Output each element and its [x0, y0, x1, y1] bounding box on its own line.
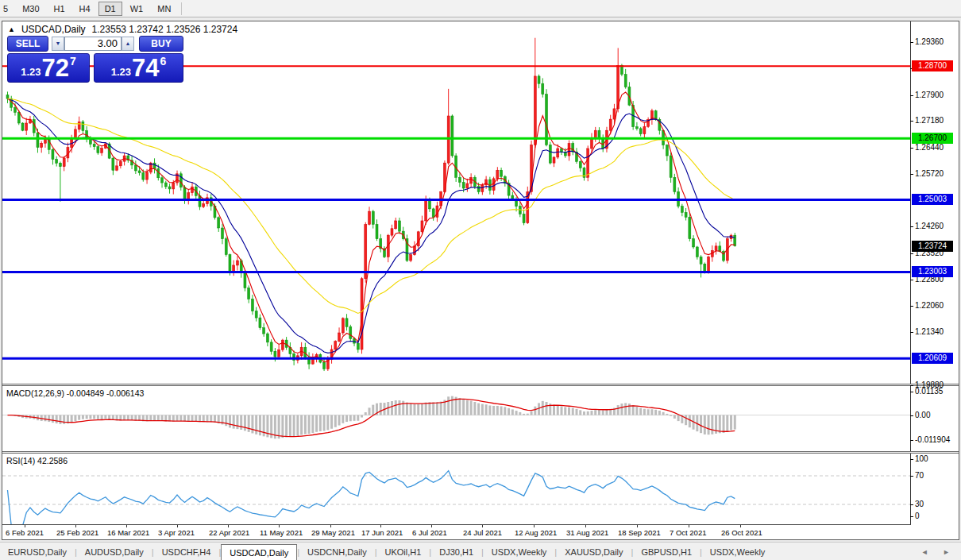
axis-tick-mark — [910, 385, 913, 386]
axis-tick-label: 1.27180 — [915, 116, 944, 125]
tab-usdx-weekly-7[interactable]: USDX,Weekly — [484, 544, 554, 560]
date-tick-mark — [431, 525, 432, 527]
sell-price-big: 72 — [42, 56, 69, 80]
axis-tick-label: 70 — [915, 471, 924, 480]
buy-price-prefix: 1.23 — [111, 66, 131, 78]
tab-scroll-arrows[interactable]: ◄ ► — [921, 548, 956, 560]
volume-decrease-button[interactable]: ▼ — [52, 37, 64, 51]
price-level-badge: 1.25003 — [912, 194, 953, 205]
date-tick-mark — [689, 525, 689, 527]
axis-tick-label: 1.27900 — [915, 91, 944, 99]
tab-usdchf-h4-2[interactable]: USDCHF,H4 — [154, 544, 219, 560]
price-axis[interactable]: 1.293601.286401.279001.271801.264401.257… — [912, 21, 959, 524]
axis-tick-label: 100 — [915, 454, 928, 463]
sell-button[interactable]: SELL — [7, 36, 48, 52]
tab-usdcnh-daily-4[interactable]: USDCNH,Daily — [299, 544, 375, 560]
price-level-badge: 1.23724 — [912, 241, 953, 252]
axis-tick-label: 30 — [915, 500, 924, 508]
chart-symbol-title: USDCAD,Daily — [21, 24, 86, 35]
chart-title-row: ▲ USDCAD,Daily 1.23553 1.23742 1.23526 1… — [8, 24, 237, 35]
tab-usdx-weekly-10[interactable]: USDX,Weekly — [702, 544, 773, 560]
timeframe-toolbar: 5M30H1H4D1W1MN — [0, 0, 961, 17]
axis-tick-label: 0.00 — [915, 411, 930, 419]
rsi-indicator-label: RSI(14) 42.2586 — [6, 456, 68, 465]
date-tick-mark — [126, 525, 127, 527]
symbol-tab-bar: EURUSD,Daily|AUDUSD,Daily|USDCHF,H4|USDC… — [0, 542, 961, 560]
trade-panel: SELL ▼ ▲ BUY 1.23 72 7 1.23 74 6 — [7, 35, 183, 83]
date-label: 25 Feb 2021 — [56, 528, 98, 537]
axis-tick-label: 0 — [915, 512, 920, 520]
date-label: 18 Sep 2021 — [618, 528, 661, 537]
price-level-badge: 1.23003 — [912, 266, 953, 277]
axis-tick-mark — [910, 42, 913, 43]
buy-button[interactable]: BUY — [139, 36, 183, 52]
price-chart-canvas[interactable] — [2, 21, 911, 539]
chart-window: ▲ USDCAD,Daily 1.23553 1.23742 1.23526 1… — [2, 21, 959, 540]
date-label: 12 Aug 2021 — [515, 528, 557, 537]
date-tick-mark — [177, 525, 178, 527]
date-label: 16 Mar 2021 — [107, 528, 149, 537]
axis-tick-mark — [910, 174, 913, 175]
sell-price-sup: 7 — [70, 55, 76, 68]
price-level-badge: 1.20609 — [912, 353, 953, 364]
timeframe-button-m30[interactable]: M30 — [16, 2, 45, 16]
timeframe-button-w1[interactable]: W1 — [124, 2, 150, 16]
date-tick-mark — [380, 525, 381, 527]
date-label: 17 Jun 2021 — [361, 528, 403, 537]
date-label: 24 Jul 2021 — [463, 528, 502, 537]
tab-ukoil-h1-5[interactable]: UKOil,H1 — [377, 544, 430, 560]
axis-tick-mark — [910, 253, 913, 254]
axis-tick-mark — [910, 504, 913, 505]
date-tick-mark — [75, 525, 76, 527]
axis-tick-mark — [910, 392, 913, 392]
axis-tick-mark — [910, 95, 913, 96]
panel-separator-macd-rsi[interactable] — [2, 451, 959, 454]
timeframe-button-h4[interactable]: H4 — [73, 2, 97, 16]
date-tick-mark — [279, 525, 280, 527]
axis-tick-mark — [910, 415, 913, 416]
date-label: 6 Jul 2021 — [412, 528, 447, 537]
buy-price-panel[interactable]: 1.23 74 6 — [94, 53, 183, 83]
axis-tick-label: 1.25720 — [915, 169, 944, 178]
panel-separator-main-macd[interactable] — [2, 384, 959, 386]
timeframe-button-5[interactable]: 5 — [0, 2, 14, 16]
date-label: 3 Apr 2021 — [158, 528, 195, 537]
date-label: 22 Apr 2021 — [209, 528, 249, 537]
date-label: 29 May 2021 — [311, 528, 355, 537]
timeframe-button-mn[interactable]: MN — [151, 2, 177, 16]
timeframe-button-d1[interactable]: D1 — [98, 2, 122, 16]
tab-eurusd-daily-0[interactable]: EURUSD,Daily — [0, 544, 75, 560]
date-tick-mark — [585, 525, 586, 527]
chart-ohlc-values: 1.23553 1.23742 1.23526 1.23724 — [92, 24, 238, 35]
date-label: 26 Oct 2021 — [721, 528, 762, 537]
tab-xauusd-daily-8[interactable]: XAUUSD,Daily — [557, 544, 631, 560]
price-level-badge: 1.26700 — [912, 133, 953, 144]
timeframe-button-h1[interactable]: H1 — [48, 2, 71, 16]
tab-audusd-daily-1[interactable]: AUDUSD,Daily — [77, 544, 152, 560]
sell-price-panel[interactable]: 1.23 72 7 — [7, 53, 90, 83]
tab-gbpusd-h1-9[interactable]: GBPUSD,H1 — [633, 544, 700, 560]
volume-input[interactable] — [64, 37, 122, 51]
date-tick-mark — [228, 525, 229, 527]
axis-tick-mark — [910, 306, 913, 307]
date-label: 11 May 2021 — [260, 528, 303, 537]
toolbar-separator — [181, 2, 182, 15]
axis-tick-mark — [910, 516, 913, 517]
collapse-icon[interactable]: ▲ — [8, 25, 15, 33]
axis-tick-mark — [910, 332, 913, 333]
date-label: 31 Aug 2021 — [566, 528, 608, 537]
axis-tick-mark — [910, 440, 913, 441]
buy-price-sup: 6 — [160, 55, 167, 68]
date-tick-mark — [534, 525, 535, 527]
tab-usdcad-daily-3[interactable]: USDCAD,Daily — [221, 544, 297, 560]
date-label: 7 Oct 2021 — [670, 528, 706, 537]
date-axis[interactable]: 6 Feb 202125 Feb 202116 Mar 20213 Apr 20… — [2, 524, 911, 539]
axis-tick-label: 1.21340 — [915, 327, 944, 336]
axis-tick-mark — [910, 280, 913, 280]
tab-dj30-h1-6[interactable]: DJ30,H1 — [431, 544, 481, 560]
buy-price-big: 74 — [132, 56, 159, 80]
axis-tick-label: 1.22060 — [915, 301, 944, 310]
volume-increase-button[interactable]: ▲ — [122, 37, 134, 51]
date-label: 6 Feb 2021 — [6, 528, 44, 537]
axis-tick-label: 1.26440 — [915, 143, 944, 152]
